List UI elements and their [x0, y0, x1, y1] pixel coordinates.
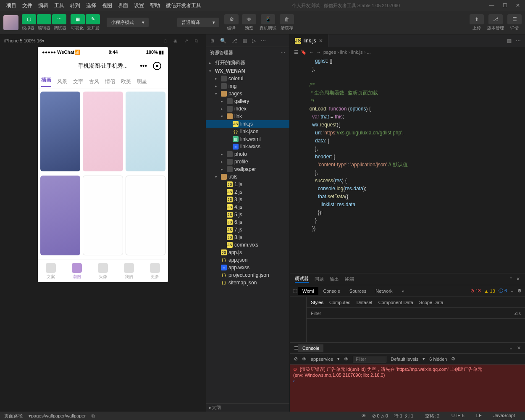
device-icon[interactable]: ▯ — [164, 38, 167, 44]
action-编译[interactable]: ⚙ — [224, 14, 239, 24]
page-path-value[interactable]: pages/wallpaper/wallpaper — [31, 413, 86, 418]
action-真机调试[interactable]: 📱 — [261, 14, 275, 24]
file-4.js[interactable]: JS4.js — [206, 203, 289, 211]
close-button[interactable]: ✕ — [514, 3, 522, 8]
file-link.wxml[interactable]: ▤link.wxml — [206, 135, 289, 143]
menu-dots-icon[interactable]: ••• — [140, 62, 147, 70]
devtools-tab[interactable]: 终端 — [345, 276, 354, 282]
menu-界面[interactable]: 界面 — [115, 3, 131, 8]
toolbar-button[interactable]: ✎ — [86, 14, 100, 24]
gear-icon[interactable]: ⚙ — [451, 356, 455, 362]
info-count[interactable]: ⓘ 6 — [499, 288, 507, 294]
search-icon[interactable]: 🔍 — [220, 38, 226, 44]
category-tab[interactable]: 情侣 — [105, 78, 115, 85]
file-utils[interactable]: ▾utils — [206, 173, 289, 181]
file-link.json[interactable]: { }link.json — [206, 128, 289, 135]
devtools-tab[interactable]: 输出 — [330, 276, 339, 282]
styles-filter[interactable]: Filter — [311, 311, 321, 316]
collapse-icon[interactable]: ⌄ — [510, 288, 514, 294]
chevron-up-icon[interactable]: ⌃ — [509, 276, 513, 282]
category-tab[interactable]: 欧美 — [121, 78, 131, 85]
file-index[interactable]: ▸index — [206, 105, 289, 113]
menu-微信开发者工具[interactable]: 微信开发者工具 — [163, 3, 204, 8]
styles-tab[interactable]: Styles — [311, 300, 323, 305]
cls-toggle[interactable]: .cls — [514, 311, 521, 316]
menu-项目[interactable]: 项目 — [3, 3, 19, 8]
wallpaper-thumb[interactable] — [83, 176, 123, 255]
close-icon[interactable]: ✕ — [516, 276, 520, 282]
devtools-subtab[interactable]: Console — [319, 287, 344, 295]
toolbar-button[interactable]: ▢ — [22, 14, 36, 24]
menu-文件[interactable]: 文件 — [19, 3, 35, 8]
status-item[interactable]: LF — [476, 413, 482, 419]
toolbar-button[interactable]: ▦ — [71, 14, 85, 24]
inspect-icon[interactable]: ⬚ — [293, 288, 297, 294]
avatar[interactable] — [3, 15, 18, 30]
action-详情[interactable]: ☰ — [507, 14, 522, 24]
elements-panel[interactable] — [290, 297, 307, 342]
tabbar-item[interactable]: 潮图 — [64, 260, 90, 282]
menu-选择[interactable]: 选择 — [83, 3, 99, 8]
hidden-count[interactable]: 6 hidden — [429, 357, 447, 362]
eye-icon[interactable]: 👁 — [362, 413, 366, 418]
split-icon[interactable]: ▥ — [507, 38, 512, 44]
more-icon[interactable]: » — [398, 287, 409, 295]
action-预览[interactable]: 👁 — [242, 14, 256, 24]
action-清缓存[interactable]: 🗑 — [280, 14, 294, 24]
wallpaper-thumb[interactable] — [126, 176, 165, 255]
console-filter-input[interactable] — [353, 356, 386, 362]
styles-tab[interactable]: Component Data — [378, 300, 413, 305]
share-icon[interactable]: ↗ — [184, 38, 188, 44]
breadcrumb-item[interactable]: link.js — [351, 50, 363, 55]
category-tab[interactable]: 插画 — [41, 76, 51, 87]
copy-icon[interactable]: ⧉ — [195, 38, 198, 44]
menu-视图[interactable]: 视图 — [99, 3, 115, 8]
close-icon[interactable]: ✕ — [517, 345, 521, 351]
file-pages[interactable]: ▾pages — [206, 90, 289, 97]
file-project.config.json[interactable]: { }project.config.json — [206, 271, 289, 279]
console-tab[interactable]: Console — [298, 344, 323, 352]
target-icon[interactable] — [153, 62, 161, 70]
files-icon[interactable]: 🗎 — [210, 38, 215, 44]
back-icon[interactable]: ← — [309, 50, 314, 55]
clear-icon[interactable]: ⊘ — [294, 356, 298, 362]
menu-设置[interactable]: 设置 — [131, 3, 147, 8]
toolbar-button[interactable] — [37, 14, 51, 24]
file-5.js[interactable]: JS5.js — [206, 211, 289, 218]
ext-icon[interactable]: ▦ — [242, 38, 247, 44]
menu-转到[interactable]: 转到 — [67, 3, 83, 8]
devtools-subtab[interactable]: Wxml — [298, 287, 318, 295]
device-label[interactable]: iPhone 5 100% 16 — [4, 38, 42, 43]
file-link.js[interactable]: JSlink.js — [206, 120, 289, 128]
tabbar-item[interactable]: 头像 — [90, 260, 116, 282]
menu-工具[interactable]: 工具 — [51, 3, 67, 8]
close-icon[interactable]: ✕ — [319, 38, 323, 44]
devtools-subtab[interactable]: Network — [371, 287, 396, 295]
file-app.json[interactable]: { }app.json — [206, 256, 289, 264]
devtools-tab[interactable]: 调试器 — [295, 276, 309, 283]
file-colorui[interactable]: ▸colorui — [206, 75, 289, 82]
record-icon[interactable]: ◉ — [173, 38, 178, 44]
maximize-button[interactable]: ☐ — [501, 3, 509, 8]
section-open-editors[interactable]: ▸打开的编辑器 — [206, 58, 289, 67]
file-sitemap.json[interactable]: { }sitemap.json — [206, 279, 289, 286]
status-item[interactable]: JavaScript — [494, 413, 515, 419]
error-count[interactable]: ⊘ 13 — [470, 288, 480, 294]
devtools-subtab[interactable]: Sources — [345, 287, 370, 295]
file-link.wxss[interactable]: ≡link.wxss — [206, 143, 289, 150]
wallpaper-thumb[interactable] — [40, 92, 80, 171]
file-8.js[interactable]: JS8.js — [206, 234, 289, 241]
levels-dropdown[interactable]: Default levels — [391, 357, 418, 362]
category-tab[interactable]: 古风 — [89, 78, 99, 85]
more-icon[interactable]: ⋯ — [281, 50, 285, 55]
wallpaper-thumb[interactable] — [83, 92, 123, 171]
wallpaper-thumb[interactable] — [40, 176, 80, 255]
category-tab[interactable]: 明星 — [137, 78, 147, 85]
action-版本管理[interactable]: ⎇ — [488, 14, 503, 24]
styles-tab[interactable]: Dataset — [357, 300, 373, 305]
eye-icon[interactable]: 👁 — [344, 357, 349, 362]
more-icon[interactable]: ⋯ — [261, 38, 266, 44]
collapse-icon[interactable]: ⌄ — [509, 345, 513, 351]
eye-icon[interactable]: 👁 — [302, 357, 307, 362]
console-select-icon[interactable]: ☰ — [294, 345, 298, 351]
